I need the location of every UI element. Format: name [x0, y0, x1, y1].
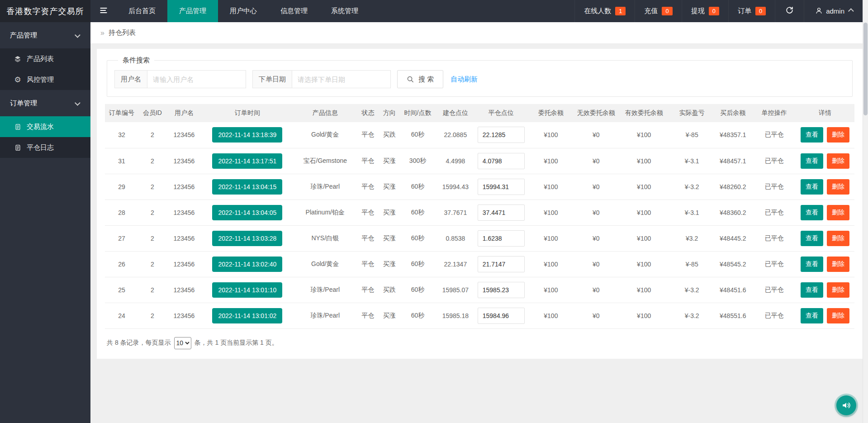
cell-member-id: 2: [138, 303, 166, 328]
cell-invalid-balance: ¥0: [575, 122, 617, 148]
search-row: 用户名 下单日期 搜 索 自动刷新: [114, 70, 845, 88]
cell-open-point: 4.4998: [436, 148, 476, 174]
close-point-input[interactable]: [478, 204, 525, 221]
stat-label: 提现: [691, 7, 705, 15]
view-button[interactable]: 查看: [801, 153, 823, 169]
delete-button[interactable]: 删除: [827, 308, 849, 323]
cell-invalid-balance: ¥0: [575, 277, 617, 303]
table-header-cell: 平仓点位: [475, 104, 526, 122]
stat-count-badge: 0: [662, 7, 672, 16]
order-time-badge: 2022-11-14 13:18:39: [212, 127, 282, 143]
cell-username: 123456: [166, 122, 202, 148]
cell-open-point: 15985.18: [436, 303, 476, 328]
username-input[interactable]: [147, 70, 246, 88]
delete-button[interactable]: 删除: [827, 179, 849, 195]
cell-order-id: 27: [105, 225, 138, 251]
sidebar-child-item[interactable]: 交易流水: [0, 116, 90, 137]
delete-button[interactable]: 删除: [827, 257, 849, 272]
delete-button[interactable]: 删除: [827, 231, 849, 246]
page-title: 持仓列表: [109, 29, 136, 37]
topbar-nav-item[interactable]: 系统管理: [319, 0, 370, 22]
close-point-input[interactable]: [478, 179, 525, 195]
delete-button[interactable]: 删除: [827, 127, 849, 143]
stat-count-badge: 0: [755, 7, 766, 16]
menu-toggle-button[interactable]: [90, 0, 117, 22]
auto-refresh-link[interactable]: 自动刷新: [451, 75, 478, 84]
sidebar-child-item[interactable]: 平仓日志: [0, 137, 90, 158]
order-time-badge: 2022-11-14 13:04:15: [212, 179, 282, 195]
close-point-input[interactable]: [478, 282, 525, 298]
cell-entrust-balance: ¥100: [526, 225, 575, 251]
cell-status: 平仓: [357, 251, 379, 277]
cell-period: 60秒: [400, 174, 435, 200]
view-button[interactable]: 查看: [801, 205, 823, 220]
cell-username: 123456: [166, 225, 202, 251]
table-header-cell: 方向: [379, 104, 400, 122]
view-button[interactable]: 查看: [801, 127, 823, 143]
sidebar-item-label: 产品管理: [10, 31, 37, 40]
speaker-icon: [841, 400, 851, 410]
scrollbar-thumb[interactable]: [863, 23, 868, 115]
close-point-input[interactable]: [478, 153, 525, 169]
page-size-select[interactable]: 10: [174, 337, 191, 349]
delete-button[interactable]: 删除: [827, 153, 849, 169]
table-header-cell: 详情: [796, 104, 854, 122]
topbar-nav-item[interactable]: 后台首页: [117, 0, 167, 22]
cell-open-point: 15994.43: [436, 174, 476, 200]
user-menu[interactable]: admin: [804, 0, 863, 22]
cell-order-time: 2022-11-14 13:03:28: [202, 225, 293, 251]
cell-member-id: 2: [138, 148, 166, 174]
topbar-stat-item[interactable]: 提现0: [682, 0, 728, 22]
table-row: 2621234562022-11-14 13:02:40Gold/黄金平仓买涨6…: [105, 251, 854, 277]
view-button[interactable]: 查看: [801, 179, 823, 195]
order-date-group: 下单日期: [252, 70, 391, 88]
cell-control-status: 已平仓: [753, 251, 796, 277]
view-button[interactable]: 查看: [801, 257, 823, 272]
table-header-cell: 会员ID: [138, 104, 166, 122]
table-header-cell: 时间/点数: [400, 104, 435, 122]
view-button[interactable]: 查看: [801, 282, 823, 298]
close-point-input[interactable]: [478, 256, 525, 272]
sidebar-child-item[interactable]: ⚙风控管理: [0, 69, 90, 90]
cell-profit: ¥-85: [671, 122, 713, 148]
sidebar-child-item[interactable]: 产品列表: [0, 48, 90, 69]
delete-button[interactable]: 删除: [827, 282, 849, 298]
order-time-badge: 2022-11-14 13:01:02: [212, 308, 282, 323]
topbar-stat-item[interactable]: 在线人数1: [574, 0, 635, 22]
order-time-badge: 2022-11-14 13:02:40: [212, 257, 282, 272]
cell-direction: 买涨: [379, 303, 400, 328]
topbar-nav-item[interactable]: 产品管理: [167, 0, 218, 22]
delete-button[interactable]: 删除: [827, 205, 849, 220]
refresh-button[interactable]: [775, 0, 804, 22]
voice-notify-button[interactable]: [836, 395, 856, 415]
search-button[interactable]: 搜 索: [397, 70, 443, 88]
cell-actions: 查看删除: [796, 122, 854, 148]
topbar-nav-item[interactable]: 信息管理: [269, 0, 319, 22]
cell-member-id: 2: [138, 200, 166, 225]
view-button[interactable]: 查看: [801, 231, 823, 246]
order-date-input[interactable]: [292, 70, 391, 88]
sidebar-parent-item[interactable]: 产品管理: [0, 22, 90, 48]
view-button[interactable]: 查看: [801, 308, 823, 323]
cell-close-point: [475, 122, 526, 148]
topbar-nav-item[interactable]: 用户中心: [218, 0, 269, 22]
sidebar-parent-item[interactable]: 订单管理: [0, 90, 90, 116]
cell-member-id: 2: [138, 122, 166, 148]
topbar-stat-item[interactable]: 订单0: [728, 0, 775, 22]
close-point-input[interactable]: [478, 308, 525, 324]
search-panel: 条件搜索 用户名 下单日期 搜 索 自动刷新: [107, 56, 853, 97]
order-date-field-label: 下单日期: [252, 70, 292, 88]
close-point-input[interactable]: [478, 230, 525, 247]
close-point-input[interactable]: [478, 127, 525, 143]
cell-username: 123456: [166, 277, 202, 303]
cell-invalid-balance: ¥0: [575, 225, 617, 251]
topbar-stat-item[interactable]: 充值0: [635, 0, 681, 22]
cell-status: 平仓: [357, 200, 379, 225]
cell-close-point: [475, 251, 526, 277]
table-header-cell: 产品信息: [293, 104, 357, 122]
topbar-stats: 在线人数1充值0提现0订单0: [574, 0, 775, 22]
cell-close-point: [475, 174, 526, 200]
double-chevron-icon: »: [100, 29, 104, 37]
pagination-prefix: 共 8 条记录，每页显示: [107, 339, 171, 347]
cell-order-time: 2022-11-14 13:04:15: [202, 174, 293, 200]
